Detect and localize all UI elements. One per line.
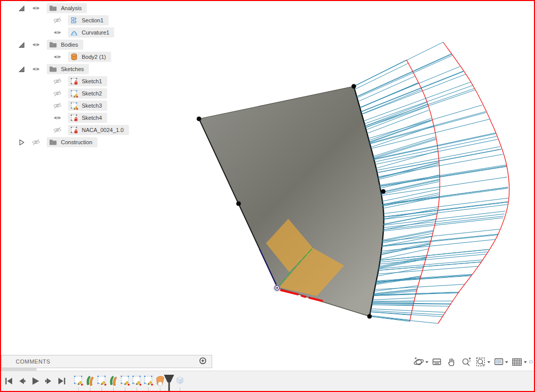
visibility-eye-icon[interactable] [31,5,43,12]
timeline-feature-sketch-2[interactable] [96,374,107,387]
tree-item-construction[interactable]: Construction [0,136,129,148]
timeline-ticks [0,387,535,391]
expand-caret-icon[interactable] [0,42,31,48]
tree-item-label-bg[interactable]: Sketches [47,64,89,74]
edge-vertex-dot[interactable] [351,84,356,88]
tree-item-sketch4[interactable]: Sketch4 [0,112,129,124]
timeline-tick [125,387,125,391]
visibility-eye-icon[interactable] [31,66,43,73]
tree-item-label: NACA_0024_1.0 [82,127,124,133]
tree-item-sketch1[interactable]: Sketch1 [0,75,129,87]
timeline-feature-sketch-3[interactable] [120,374,130,387]
visibility-eye-icon[interactable] [53,90,64,97]
visibility-eye-icon[interactable] [53,78,64,85]
origin-point-marker[interactable] [274,284,281,292]
expand-caret-icon[interactable] [0,66,31,73]
sketch-locked-icon [70,77,78,85]
curvature-comb-outer-envelope [438,42,509,323]
tree-item-naca-0024-1-0[interactable]: NACA_0024_1.0 [0,124,129,136]
pan-icon[interactable] [445,356,458,368]
timeline-playback-controls [4,376,66,386]
tree-item-label: Bodies [61,42,78,48]
tree-row-remnant [26,0,67,2]
fit-icon[interactable] [475,356,491,368]
sketch-locked-icon [70,126,78,134]
section-analysis-icon [70,16,78,24]
tree-item-label-bg[interactable]: Section1 [68,15,109,25]
tree-item-label-bg[interactable]: Construction [47,137,97,147]
folder-icon [49,138,57,146]
step-back-icon[interactable] [17,376,27,386]
visibility-eye-icon[interactable] [53,114,64,121]
tree-item-section1[interactable]: Section1 [0,14,129,26]
tree-item-label-bg[interactable]: Body2 (1) [68,52,111,62]
plus-circle-icon[interactable] [199,357,207,367]
expand-caret-icon[interactable] [0,139,31,146]
skip-to-start-icon[interactable] [4,376,14,386]
tree-item-label-bg[interactable]: NACA_0024_1.0 [68,125,129,135]
skip-to-end-icon[interactable] [57,376,66,386]
edge-vertex-dot[interactable] [381,189,385,193]
timeline-tick [78,387,79,391]
timeline-feature-suppressed-1[interactable] [175,374,185,387]
look-at-icon[interactable] [430,356,444,368]
tree-item-label: Sketches [61,66,84,72]
tree-item-sketch3[interactable]: Sketch3 [0,100,129,112]
tree-item-analysis[interactable]: Analysis [0,2,129,14]
visibility-eye-icon[interactable] [53,53,64,60]
tree-item-label: Construction [61,139,92,145]
timeline-position-marker[interactable] [163,374,175,392]
play-icon[interactable] [30,376,40,386]
comments-bar[interactable]: COMMENTS [1,355,212,368]
browser-tree: AnalysisSection1Curvature1BodiesBody2 (1… [0,2,129,148]
edge-vertex-dot[interactable] [236,201,241,206]
tree-item-label: Sketch1 [82,78,102,84]
edge-vertex-dot[interactable] [196,116,201,121]
timeline-feature-sketch-4[interactable] [131,374,142,387]
tree-item-label-bg[interactable]: Curvature1 [68,27,114,38]
zoom-icon[interactable] [460,356,473,368]
timeline-tick [102,387,102,391]
folder-icon [49,41,57,49]
expand-caret-icon[interactable] [0,5,31,12]
timeline-tick [180,387,180,391]
tree-item-curvature1[interactable]: Curvature1 [0,26,129,39]
display-settings-icon[interactable] [492,356,509,368]
edge-vertex-dot[interactable] [367,314,372,318]
comments-label: COMMENTS [16,358,50,365]
tree-item-label-bg[interactable]: Analysis [47,3,87,13]
timeline-tick [90,387,90,391]
timeline-feature-surface-1[interactable] [85,374,95,387]
orbit-icon[interactable] [413,356,429,368]
timeline-feature-sketch-1[interactable] [73,374,84,387]
step-forward-icon[interactable] [44,376,53,386]
timeline-feature-surface-2[interactable] [108,374,119,387]
tree-item-bodies[interactable]: Bodies [0,39,129,51]
tree-item-label: Sketch2 [82,90,102,96]
visibility-eye-icon[interactable] [31,41,43,48]
comments-collapse-tab[interactable] [0,368,37,371]
timeline-feature-sketch-5[interactable] [143,374,154,387]
tree-item-label: Sketch4 [82,115,102,121]
folder-icon [49,65,57,73]
timeline-tick [148,387,149,391]
tree-item-label: Section1 [82,17,104,23]
folder-icon [49,4,57,12]
sketch-locked-icon [70,114,78,122]
visibility-eye-icon[interactable] [31,139,43,146]
tree-item-label-bg[interactable]: Sketch1 [68,76,107,86]
tree-item-label-bg[interactable]: Bodies [47,40,83,50]
viewports-partial-icon[interactable] [529,356,533,368]
visibility-eye-icon[interactable] [53,102,64,109]
tree-item-sketches[interactable]: Sketches [0,63,129,75]
timeline-tick [113,387,114,391]
visibility-eye-icon[interactable] [53,17,64,24]
tree-item-label-bg[interactable]: Sketch2 [68,88,107,99]
tree-item-label-bg[interactable]: Sketch4 [68,113,107,123]
grid-snaps-icon[interactable] [510,356,527,368]
tree-item-body2-1[interactable]: Body2 (1) [0,51,129,63]
tree-item-sketch2[interactable]: Sketch2 [0,87,129,100]
visibility-eye-icon[interactable] [53,29,64,36]
visibility-eye-icon[interactable] [53,126,64,134]
tree-item-label-bg[interactable]: Sketch3 [68,101,107,111]
